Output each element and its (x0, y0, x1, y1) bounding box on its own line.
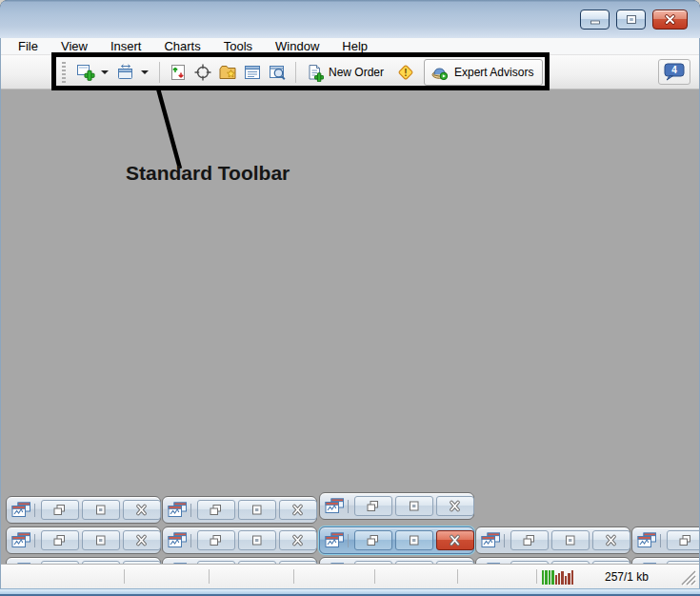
minimized-chart-window[interactable] (475, 526, 630, 554)
maximize-button[interactable] (395, 530, 433, 550)
statusbar-separator (536, 569, 537, 584)
new-chart-dropdown-caret[interactable] (101, 70, 109, 74)
close-button[interactable] (123, 530, 161, 550)
chart-icon (168, 502, 188, 518)
divider (348, 500, 349, 513)
statusbar: 257/1 kb (1, 564, 699, 588)
expert-advisors-label: Expert Advisors (454, 66, 533, 79)
menu-help[interactable]: Help (342, 38, 368, 55)
maximize-button[interactable] (82, 530, 120, 550)
divider (348, 534, 349, 547)
navigator-button[interactable] (216, 61, 239, 84)
standard-toolbar: New Order ! Expert Advisors 4 (1, 55, 699, 89)
divider (34, 534, 35, 547)
close-button[interactable] (279, 530, 317, 550)
data-window-button[interactable] (191, 61, 214, 84)
maximize-button[interactable] (82, 500, 120, 520)
restore-button[interactable] (41, 530, 79, 550)
application-window: File View Insert Charts Tools Window Hel… (0, 0, 700, 596)
chart-icon (481, 532, 501, 548)
minimized-chart-window[interactable] (319, 526, 474, 554)
menu-insert[interactable]: Insert (110, 38, 142, 55)
profiles-dropdown-caret[interactable] (141, 70, 149, 74)
window-controls (580, 10, 688, 30)
profiles-button[interactable] (114, 61, 137, 84)
minimized-chart-window[interactable] (475, 557, 630, 564)
expert-advisors-button[interactable]: Expert Advisors (424, 59, 543, 86)
workspace (1, 89, 699, 564)
navigator-folder-icon (218, 63, 237, 82)
close-button[interactable] (592, 530, 630, 550)
new-chart-icon (76, 63, 95, 82)
strategy-tester-icon (268, 63, 287, 82)
menu-window[interactable]: Window (275, 38, 319, 55)
new-chart-button[interactable] (74, 61, 97, 84)
chart-icon (325, 498, 345, 514)
strategy-tester-button[interactable] (266, 61, 289, 84)
minimized-chart-window[interactable] (162, 526, 317, 554)
restore-button[interactable] (354, 530, 392, 550)
chart-icon (325, 532, 345, 548)
maximize-button[interactable] (238, 500, 276, 520)
maximize-button[interactable] (551, 530, 590, 550)
menu-charts[interactable]: Charts (164, 38, 200, 55)
divider (190, 534, 191, 547)
close-button[interactable] (123, 500, 161, 520)
minimized-chart-window[interactable] (631, 557, 699, 564)
new-order-label: New Order (329, 66, 384, 79)
maximize-button[interactable] (395, 496, 433, 516)
svg-text:!: ! (404, 67, 407, 77)
divider (34, 504, 35, 517)
minimized-chart-window[interactable] (162, 557, 317, 564)
window-left-border (0, 38, 1, 588)
toolbar-grip[interactable] (62, 62, 66, 83)
new-order-icon (305, 63, 324, 82)
community-bubble-icon: 4 (662, 62, 687, 83)
restore-button[interactable] (510, 530, 549, 550)
restore-button[interactable] (354, 496, 392, 516)
menu-view[interactable]: View (61, 38, 88, 55)
statusbar-separator (374, 569, 375, 584)
minimized-chart-window[interactable] (6, 496, 161, 524)
new-order-button[interactable]: New Order (303, 61, 386, 84)
divider (504, 534, 505, 547)
restore-button[interactable] (197, 530, 235, 550)
notification-count: 4 (671, 65, 677, 75)
statusbar-separator (124, 569, 125, 584)
resize-grip[interactable] (681, 570, 697, 586)
minimized-chart-window[interactable] (162, 496, 317, 524)
minimized-chart-window[interactable] (319, 557, 474, 564)
minimized-chart-window[interactable] (319, 492, 474, 520)
terminal-button[interactable] (241, 61, 264, 84)
menu-file[interactable]: File (18, 38, 38, 55)
maximize-button[interactable] (616, 10, 646, 30)
minimized-chart-window[interactable] (6, 526, 161, 554)
restore-button[interactable] (197, 500, 235, 520)
close-button[interactable] (652, 10, 688, 30)
profiles-icon (116, 63, 135, 82)
chart-icon (11, 502, 31, 518)
close-icon (664, 14, 676, 25)
minimized-chart-window[interactable] (631, 526, 699, 554)
close-button[interactable] (436, 530, 474, 550)
titlebar[interactable] (0, 0, 700, 38)
minimize-icon (590, 15, 601, 25)
menu-tools[interactable]: Tools (224, 38, 252, 55)
statusbar-separator (209, 569, 210, 584)
restore-button[interactable] (41, 500, 79, 520)
market-watch-button[interactable] (167, 61, 190, 84)
community-notifications-button[interactable]: 4 (658, 59, 690, 85)
divider (660, 534, 661, 547)
market-watch-icon (169, 63, 188, 82)
minimize-button[interactable] (580, 10, 610, 30)
restore-button[interactable] (667, 530, 700, 550)
metaeditor-alert-button[interactable]: ! (394, 61, 417, 84)
minimized-chart-window[interactable] (6, 557, 161, 564)
connection-signal-icon (542, 569, 576, 585)
data-window-crosshair-icon (193, 63, 212, 82)
close-button[interactable] (279, 500, 317, 520)
close-button[interactable] (436, 496, 474, 516)
toolbar-separator (159, 62, 160, 83)
maximize-button[interactable] (238, 530, 276, 550)
expert-advisors-hat-icon (430, 63, 450, 82)
